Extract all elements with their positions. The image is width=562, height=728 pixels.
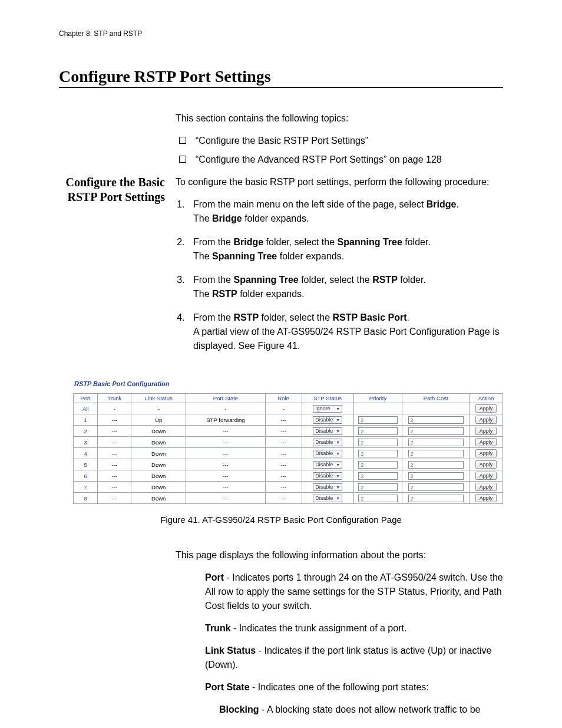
cell-port-state: -	[186, 403, 265, 414]
cell-path-cost: 2	[402, 482, 470, 493]
stp-status-select[interactable]: Ignore▼	[313, 405, 342, 413]
path-cost-input[interactable]: 2	[408, 461, 464, 469]
table-row: All----Ignore▼Apply	[74, 403, 503, 414]
figure-title: RSTP Basic Port Configuration	[74, 380, 503, 387]
cell-port: 4	[74, 448, 98, 459]
cell-stp-status: Disable▼	[302, 459, 353, 470]
apply-button[interactable]: Apply	[475, 472, 497, 480]
chevron-down-icon: ▼	[336, 452, 340, 456]
priority-input[interactable]: 2	[358, 427, 397, 435]
priority-input[interactable]: 2	[358, 461, 397, 469]
table-header-row: Port Trunk Link Status Port State Role S…	[74, 394, 503, 403]
cell-path-cost	[402, 403, 470, 414]
cell-priority: 2	[353, 493, 402, 504]
cell-port-state: ---	[186, 470, 265, 482]
cell-action: Apply	[470, 459, 503, 470]
cell-trunk: ---	[98, 482, 131, 493]
apply-button[interactable]: Apply	[475, 494, 497, 502]
apply-button[interactable]: Apply	[475, 449, 497, 457]
apply-button[interactable]: Apply	[475, 483, 497, 491]
stp-status-select[interactable]: Disable▼	[313, 472, 342, 480]
chevron-down-icon: ▼	[336, 485, 340, 489]
apply-button[interactable]: Apply	[475, 460, 497, 469]
figure-caption: Figure 41. AT-GS950/24 RSTP Basic Port C…	[59, 515, 503, 525]
stp-status-select[interactable]: Disable▼	[313, 439, 342, 446]
chevron-down-icon: ▼	[336, 418, 340, 422]
priority-input[interactable]: 2	[358, 450, 397, 457]
priority-input[interactable]: 2	[358, 472, 397, 480]
path-cost-input[interactable]: 2	[408, 495, 464, 502]
path-cost-input[interactable]: 2	[408, 439, 464, 446]
cell-link-status: Up	[131, 414, 186, 426]
priority-input[interactable]: 2	[358, 439, 397, 446]
cell-role: ---	[265, 470, 302, 482]
path-cost-input[interactable]: 2	[408, 472, 464, 480]
cell-role: ---	[265, 448, 302, 459]
apply-button[interactable]: Apply	[475, 438, 497, 446]
cell-port-state: ---	[186, 448, 265, 459]
stp-status-select[interactable]: Disable▼	[313, 461, 342, 469]
cell-role: ---	[265, 459, 302, 470]
table-row: 3---Down------Disable▼22Apply	[74, 437, 503, 448]
step-3: From the Spanning Tree folder, select th…	[187, 273, 503, 301]
def-trunk: Trunk - Indicates the trunk assignment o…	[205, 621, 503, 635]
procedure-steps: From the main menu on the left side of t…	[176, 197, 503, 353]
priority-input[interactable]: 2	[358, 416, 397, 424]
cell-trunk: ---	[98, 448, 131, 459]
cell-link-status: Down	[131, 482, 186, 493]
stp-status-select[interactable]: Disable▼	[313, 416, 342, 424]
cell-role: ---	[265, 493, 302, 504]
path-cost-input[interactable]: 2	[408, 416, 464, 424]
path-cost-input[interactable]: 2	[408, 483, 464, 491]
cell-link-status: -	[131, 403, 186, 414]
table-row: 2---Down------Disable▼22Apply	[74, 426, 503, 437]
figure-41: RSTP Basic Port Configuration Port Trunk…	[59, 380, 503, 504]
cell-port-state: ---	[186, 426, 265, 437]
table-row: 5---Down------Disable▼22Apply	[74, 459, 503, 470]
cell-port-state: ---	[186, 459, 265, 470]
cell-link-status: Down	[131, 459, 186, 470]
col-pathcost: Path Cost	[402, 394, 470, 403]
cell-path-cost: 2	[402, 459, 470, 470]
cell-port: 2	[74, 426, 98, 437]
col-role: Role	[265, 394, 302, 403]
col-port: Port	[74, 394, 98, 403]
path-cost-input[interactable]: 2	[408, 450, 464, 457]
cell-stp-status: Disable▼	[302, 470, 353, 482]
apply-button[interactable]: Apply	[475, 427, 497, 435]
path-cost-input[interactable]: 2	[408, 427, 464, 435]
cell-action: Apply	[470, 493, 503, 504]
topic-item: “Configure the Basic RSTP Port Settings”	[176, 134, 503, 148]
cell-action: Apply	[470, 426, 503, 437]
cell-priority: 2	[353, 470, 402, 482]
apply-button[interactable]: Apply	[475, 416, 497, 424]
stp-status-select[interactable]: Disable▼	[313, 450, 342, 457]
cell-role: ---	[265, 482, 302, 493]
cell-stp-status: Disable▼	[302, 448, 353, 459]
priority-input[interactable]: 2	[358, 495, 397, 502]
stp-status-select[interactable]: Disable▼	[313, 483, 342, 491]
apply-button[interactable]: Apply	[475, 404, 497, 413]
cell-action: Apply	[470, 482, 503, 493]
step-4: From the RSTP folder, select the RSTP Ba…	[187, 311, 503, 353]
after-figure-intro: This page displays the following informa…	[176, 548, 503, 562]
cell-link-status: Down	[131, 448, 186, 459]
def-port: Port - Indicates ports 1 through 24 on t…	[205, 571, 503, 613]
section-title: Configure RSTP Port Settings	[59, 67, 503, 88]
stp-status-select[interactable]: Disable▼	[313, 427, 342, 435]
table-row: 6---Down------Disable▼22Apply	[74, 470, 503, 482]
cell-stp-status: Disable▼	[302, 482, 353, 493]
priority-input[interactable]: 2	[358, 483, 397, 491]
table-row: 8---Down------Disable▼22Apply	[74, 493, 503, 504]
cell-path-cost: 2	[402, 437, 470, 448]
cell-trunk: -	[98, 403, 131, 414]
cell-link-status: Down	[131, 437, 186, 448]
intro-text: This section contains the following topi…	[176, 111, 503, 126]
cell-stp-status: Ignore▼	[302, 403, 353, 414]
cell-role: ---	[265, 414, 302, 426]
cell-port: 1	[74, 414, 98, 426]
chevron-down-icon: ▼	[336, 440, 340, 444]
cell-priority: 2	[353, 414, 402, 426]
stp-status-select[interactable]: Disable▼	[313, 495, 342, 502]
step-1: From the main menu on the left side of t…	[187, 197, 503, 226]
